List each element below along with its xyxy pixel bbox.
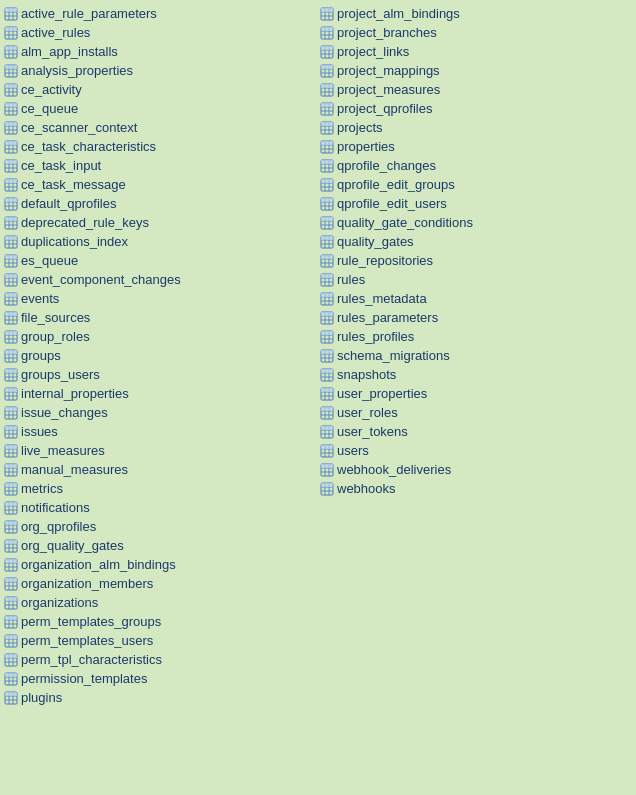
list-item[interactable]: project_alm_bindings [318,4,634,23]
svg-rect-63 [13,141,17,145]
list-item[interactable]: schema_migrations [318,346,634,365]
svg-rect-287 [13,673,17,677]
svg-rect-293 [5,692,9,696]
table-icon [4,577,18,591]
list-item[interactable]: rule_repositories [318,251,634,270]
list-item[interactable]: groups_users [2,365,318,384]
list-item[interactable]: rules_metadata [318,289,634,308]
list-item[interactable]: issues [2,422,318,441]
list-item[interactable]: qprofile_changes [318,156,634,175]
list-item[interactable]: ce_activity [2,80,318,99]
list-item[interactable]: users [318,441,634,460]
list-item[interactable]: project_mappings [318,61,634,80]
table-icon [320,368,334,382]
list-item[interactable]: es_queue [2,251,318,270]
svg-rect-439 [329,331,333,335]
list-item[interactable]: live_measures [2,441,318,460]
table-icon [4,634,18,648]
list-item[interactable]: project_measures [318,80,634,99]
item-label: live_measures [21,443,105,458]
list-item[interactable]: project_links [318,42,634,61]
list-item[interactable]: org_quality_gates [2,536,318,555]
list-item[interactable]: org_qprofiles [2,517,318,536]
list-item[interactable]: perm_tpl_characteristics [2,650,318,669]
item-label: projects [337,120,383,135]
list-item[interactable]: active_rule_parameters [2,4,318,23]
list-item[interactable]: organization_members [2,574,318,593]
list-item[interactable]: ce_task_input [2,156,318,175]
list-item[interactable]: user_properties [318,384,634,403]
item-label: project_links [337,44,409,59]
svg-rect-398 [325,236,329,240]
list-item[interactable]: perm_templates_users [2,631,318,650]
list-item[interactable]: properties [318,137,634,156]
table-icon [4,235,18,249]
list-item[interactable]: organization_alm_bindings [2,555,318,574]
table-icon [320,482,334,496]
list-item[interactable]: permission_templates [2,669,318,688]
list-item[interactable]: alm_app_installs [2,42,318,61]
list-item[interactable]: organizations [2,593,318,612]
list-item[interactable]: group_roles [2,327,318,346]
svg-rect-397 [321,236,325,240]
svg-rect-494 [325,464,329,468]
list-item[interactable]: qprofile_edit_users [318,194,634,213]
list-item[interactable]: webhooks [318,479,634,498]
item-label: perm_templates_groups [21,614,161,629]
list-item[interactable]: ce_scanner_context [2,118,318,137]
svg-rect-134 [9,312,13,316]
svg-rect-254 [9,597,13,601]
list-item[interactable]: projects [318,118,634,137]
list-item[interactable]: rules [318,270,634,289]
list-item[interactable]: qprofile_edit_groups [318,175,634,194]
list-item[interactable]: default_qprofiles [2,194,318,213]
list-item[interactable]: internal_properties [2,384,318,403]
item-label: ce_task_message [21,177,126,192]
list-item[interactable]: snapshots [318,365,634,384]
list-item[interactable]: ce_task_message [2,175,318,194]
list-item[interactable]: ce_queue [2,99,318,118]
list-item[interactable]: active_rules [2,23,318,42]
svg-rect-110 [9,255,13,259]
svg-rect-358 [325,141,329,145]
list-item[interactable]: metrics [2,479,318,498]
list-item[interactable]: plugins [2,688,318,707]
item-label: permission_templates [21,671,147,686]
list-item[interactable]: webhook_deliveries [318,460,634,479]
list-item[interactable]: project_qprofiles [318,99,634,118]
list-item[interactable]: analysis_properties [2,61,318,80]
list-item[interactable]: project_branches [318,23,634,42]
list-item[interactable]: deprecated_rule_keys [2,213,318,232]
list-item[interactable]: user_roles [318,403,634,422]
list-item[interactable]: groups [2,346,318,365]
svg-rect-238 [9,559,13,563]
list-item[interactable]: event_component_changes [2,270,318,289]
table-icon [4,615,18,629]
item-label: snapshots [337,367,396,382]
list-item[interactable]: notifications [2,498,318,517]
list-item[interactable]: duplications_index [2,232,318,251]
list-item[interactable]: perm_templates_groups [2,612,318,631]
table-icon [320,425,334,439]
list-item[interactable]: manual_measures [2,460,318,479]
list-item[interactable]: quality_gate_conditions [318,213,634,232]
list-item[interactable]: ce_task_characteristics [2,137,318,156]
item-label: ce_scanner_context [21,120,137,135]
list-item[interactable]: issue_changes [2,403,318,422]
item-label: perm_templates_users [21,633,153,648]
table-icon [320,102,334,116]
svg-rect-493 [321,464,325,468]
item-label: ce_activity [21,82,82,97]
list-item[interactable]: quality_gates [318,232,634,251]
svg-rect-150 [9,350,13,354]
svg-rect-399 [329,236,333,240]
list-item[interactable]: events [2,289,318,308]
list-item[interactable]: file_sources [2,308,318,327]
list-item[interactable]: user_tokens [318,422,634,441]
svg-rect-486 [325,445,329,449]
list-item[interactable]: rules_profiles [318,327,634,346]
svg-rect-38 [9,84,13,88]
svg-rect-126 [9,293,13,297]
list-item[interactable]: rules_parameters [318,308,634,327]
table-icon [320,235,334,249]
